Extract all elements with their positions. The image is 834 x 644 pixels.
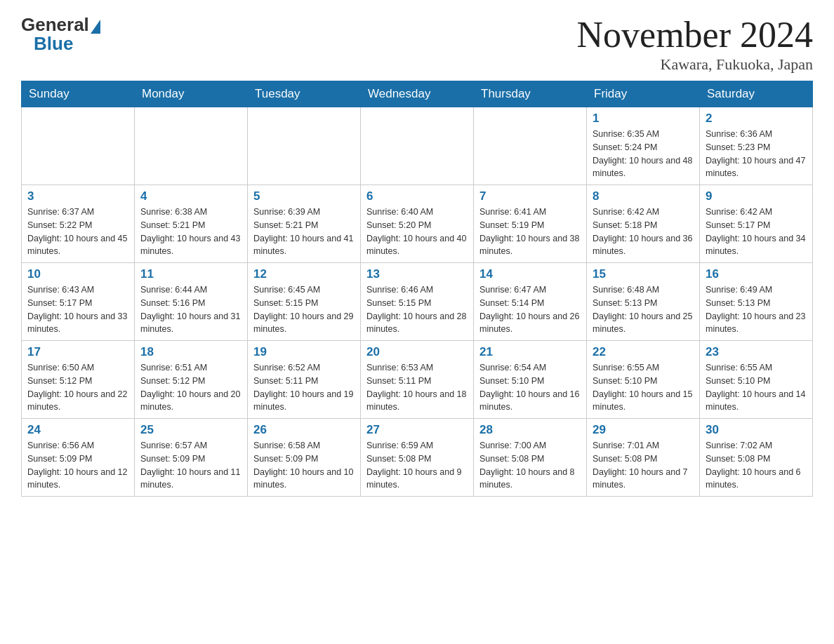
day-info: Sunrise: 6:44 AMSunset: 5:16 PMDaylight:… — [140, 283, 241, 336]
month-title: November 2024 — [577, 14, 813, 55]
logo-triangle-icon — [91, 20, 100, 34]
day-number: 13 — [366, 267, 468, 281]
calendar-cell — [474, 107, 587, 185]
day-number: 7 — [479, 189, 581, 203]
calendar-header-row: SundayMondayTuesdayWednesdayThursdayFrid… — [22, 81, 813, 107]
calendar-cell: 30Sunrise: 7:02 AMSunset: 5:08 PMDayligh… — [700, 419, 813, 497]
day-info: Sunrise: 6:57 AMSunset: 5:09 PMDaylight:… — [140, 439, 241, 492]
calendar-row: 3Sunrise: 6:37 AMSunset: 5:22 PMDaylight… — [22, 185, 813, 263]
weekday-header: Thursday — [474, 81, 587, 107]
title-section: November 2024 Kawara, Fukuoka, Japan — [577, 14, 813, 74]
calendar-cell: 7Sunrise: 6:41 AMSunset: 5:19 PMDaylight… — [474, 185, 587, 263]
day-info: Sunrise: 6:55 AMSunset: 5:10 PMDaylight:… — [706, 361, 807, 414]
calendar-cell: 23Sunrise: 6:55 AMSunset: 5:10 PMDayligh… — [700, 341, 813, 419]
day-info: Sunrise: 6:45 AMSunset: 5:15 PMDaylight:… — [253, 283, 355, 336]
day-info: Sunrise: 6:42 AMSunset: 5:18 PMDaylight:… — [593, 206, 694, 258]
day-number: 15 — [593, 267, 694, 281]
calendar-cell: 16Sunrise: 6:49 AMSunset: 5:13 PMDayligh… — [700, 263, 813, 341]
day-info: Sunrise: 7:02 AMSunset: 5:08 PMDaylight:… — [706, 439, 807, 492]
calendar-cell — [22, 107, 135, 185]
calendar-cell: 3Sunrise: 6:37 AMSunset: 5:22 PMDaylight… — [22, 185, 135, 263]
day-info: Sunrise: 6:52 AMSunset: 5:11 PMDaylight:… — [253, 361, 355, 414]
day-number: 2 — [706, 112, 807, 126]
calendar-cell: 10Sunrise: 6:43 AMSunset: 5:17 PMDayligh… — [22, 263, 135, 341]
day-number: 8 — [593, 189, 694, 203]
calendar-cell: 27Sunrise: 6:59 AMSunset: 5:08 PMDayligh… — [361, 419, 474, 497]
day-number: 28 — [479, 423, 581, 437]
day-number: 18 — [140, 345, 241, 359]
location-text: Kawara, Fukuoka, Japan — [577, 55, 813, 74]
day-info: Sunrise: 6:46 AMSunset: 5:15 PMDaylight:… — [366, 283, 468, 336]
calendar-row: 1Sunrise: 6:35 AMSunset: 5:24 PMDaylight… — [22, 107, 813, 185]
calendar-cell: 17Sunrise: 6:50 AMSunset: 5:12 PMDayligh… — [22, 341, 135, 419]
calendar-cell: 29Sunrise: 7:01 AMSunset: 5:08 PMDayligh… — [587, 419, 700, 497]
page-header: General Blue November 2024 Kawara, Fukuo… — [21, 14, 813, 74]
day-info: Sunrise: 6:42 AMSunset: 5:17 PMDaylight:… — [706, 206, 807, 258]
calendar-cell: 6Sunrise: 6:40 AMSunset: 5:20 PMDaylight… — [361, 185, 474, 263]
calendar-cell: 14Sunrise: 6:47 AMSunset: 5:14 PMDayligh… — [474, 263, 587, 341]
calendar-cell: 13Sunrise: 6:46 AMSunset: 5:15 PMDayligh… — [361, 263, 474, 341]
day-info: Sunrise: 6:51 AMSunset: 5:12 PMDaylight:… — [140, 361, 241, 414]
day-number: 30 — [706, 423, 807, 437]
day-number: 6 — [366, 189, 468, 203]
calendar-cell: 28Sunrise: 7:00 AMSunset: 5:08 PMDayligh… — [474, 419, 587, 497]
day-number: 1 — [593, 112, 694, 126]
day-number: 4 — [140, 189, 241, 203]
calendar-cell: 20Sunrise: 6:53 AMSunset: 5:11 PMDayligh… — [361, 341, 474, 419]
calendar-cell: 15Sunrise: 6:48 AMSunset: 5:13 PMDayligh… — [587, 263, 700, 341]
day-number: 5 — [253, 189, 355, 203]
day-number: 22 — [593, 345, 694, 359]
day-info: Sunrise: 6:47 AMSunset: 5:14 PMDaylight:… — [479, 283, 581, 336]
day-info: Sunrise: 6:49 AMSunset: 5:13 PMDaylight:… — [706, 283, 807, 336]
calendar-row: 17Sunrise: 6:50 AMSunset: 5:12 PMDayligh… — [22, 341, 813, 419]
day-info: Sunrise: 6:59 AMSunset: 5:08 PMDaylight:… — [366, 439, 468, 492]
day-number: 21 — [479, 345, 581, 359]
day-number: 25 — [140, 423, 241, 437]
day-info: Sunrise: 6:54 AMSunset: 5:10 PMDaylight:… — [479, 361, 581, 414]
day-info: Sunrise: 6:48 AMSunset: 5:13 PMDaylight:… — [593, 283, 694, 336]
day-number: 23 — [706, 345, 807, 359]
calendar-cell: 24Sunrise: 6:56 AMSunset: 5:09 PMDayligh… — [22, 419, 135, 497]
day-info: Sunrise: 6:50 AMSunset: 5:12 PMDaylight:… — [27, 361, 128, 414]
calendar-row: 24Sunrise: 6:56 AMSunset: 5:09 PMDayligh… — [22, 419, 813, 497]
calendar-cell: 8Sunrise: 6:42 AMSunset: 5:18 PMDaylight… — [587, 185, 700, 263]
day-info: Sunrise: 6:58 AMSunset: 5:09 PMDaylight:… — [253, 439, 355, 492]
day-number: 11 — [140, 267, 241, 281]
day-info: Sunrise: 6:40 AMSunset: 5:20 PMDaylight:… — [366, 206, 468, 258]
calendar-cell — [361, 107, 474, 185]
day-info: Sunrise: 7:01 AMSunset: 5:08 PMDaylight:… — [593, 439, 694, 492]
day-number: 16 — [706, 267, 807, 281]
day-info: Sunrise: 6:35 AMSunset: 5:24 PMDaylight:… — [593, 128, 694, 180]
calendar-cell — [248, 107, 361, 185]
calendar-row: 10Sunrise: 6:43 AMSunset: 5:17 PMDayligh… — [22, 263, 813, 341]
day-number: 20 — [366, 345, 468, 359]
day-number: 27 — [366, 423, 468, 437]
day-number: 26 — [253, 423, 355, 437]
calendar-cell: 4Sunrise: 6:38 AMSunset: 5:21 PMDaylight… — [135, 185, 248, 263]
calendar-cell: 2Sunrise: 6:36 AMSunset: 5:23 PMDaylight… — [700, 107, 813, 185]
calendar-cell: 26Sunrise: 6:58 AMSunset: 5:09 PMDayligh… — [248, 419, 361, 497]
day-number: 12 — [253, 267, 355, 281]
logo: General Blue — [21, 14, 100, 55]
calendar-cell: 12Sunrise: 6:45 AMSunset: 5:15 PMDayligh… — [248, 263, 361, 341]
weekday-header: Friday — [587, 81, 700, 107]
day-info: Sunrise: 6:55 AMSunset: 5:10 PMDaylight:… — [593, 361, 694, 414]
day-info: Sunrise: 6:53 AMSunset: 5:11 PMDaylight:… — [366, 361, 468, 414]
calendar-cell: 19Sunrise: 6:52 AMSunset: 5:11 PMDayligh… — [248, 341, 361, 419]
day-number: 17 — [27, 345, 128, 359]
day-info: Sunrise: 6:39 AMSunset: 5:21 PMDaylight:… — [253, 206, 355, 258]
day-info: Sunrise: 6:36 AMSunset: 5:23 PMDaylight:… — [706, 128, 807, 180]
day-info: Sunrise: 6:37 AMSunset: 5:22 PMDaylight:… — [27, 206, 128, 258]
day-info: Sunrise: 7:00 AMSunset: 5:08 PMDaylight:… — [479, 439, 581, 492]
day-info: Sunrise: 6:56 AMSunset: 5:09 PMDaylight:… — [27, 439, 128, 492]
calendar-cell: 22Sunrise: 6:55 AMSunset: 5:10 PMDayligh… — [587, 341, 700, 419]
calendar-cell: 25Sunrise: 6:57 AMSunset: 5:09 PMDayligh… — [135, 419, 248, 497]
day-number: 10 — [27, 267, 128, 281]
day-info: Sunrise: 6:43 AMSunset: 5:17 PMDaylight:… — [27, 283, 128, 336]
weekday-header: Sunday — [22, 81, 135, 107]
logo-blue-text: Blue — [34, 33, 73, 55]
calendar-cell: 11Sunrise: 6:44 AMSunset: 5:16 PMDayligh… — [135, 263, 248, 341]
day-info: Sunrise: 6:41 AMSunset: 5:19 PMDaylight:… — [479, 206, 581, 258]
weekday-header: Tuesday — [248, 81, 361, 107]
weekday-header: Monday — [135, 81, 248, 107]
